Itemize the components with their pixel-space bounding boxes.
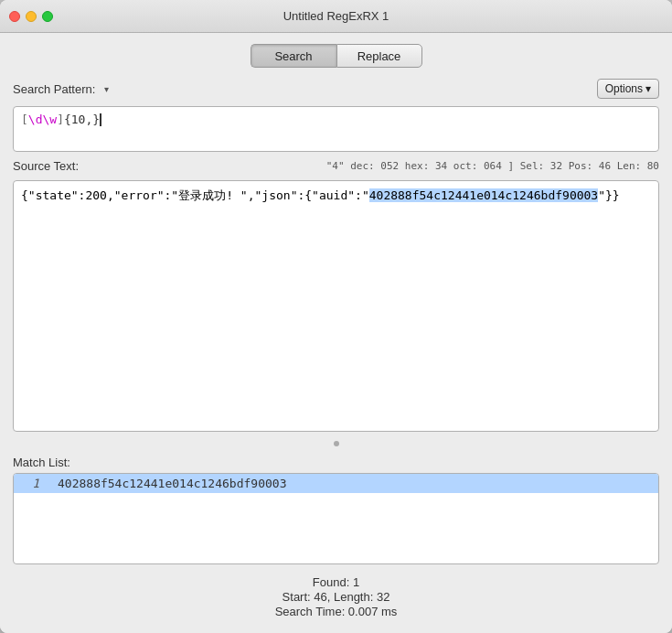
- source-line: {"state":200,"error":"登录成功! ","json":{"a…: [21, 187, 651, 205]
- main-content: Search Replace Search Pattern: ▾ Options…: [0, 33, 672, 633]
- titlebar: Untitled RegExRX 1: [0, 0, 672, 33]
- footer-search-time: Search Time: 0.007 ms: [275, 605, 398, 618]
- source-status: "4" dec: 052 hex: 34 oct: 064 ] Sel: 32 …: [326, 160, 659, 172]
- tab-replace[interactable]: Replace: [336, 44, 422, 68]
- match-value: 402888f54c12441e014c1246bdf90003: [58, 477, 286, 490]
- footer-found: Found: 1: [313, 575, 359, 589]
- close-button[interactable]: [9, 11, 20, 22]
- match-list-box: 1 402888f54c12441e014c1246bdf90003: [13, 473, 659, 564]
- source-text-input[interactable]: {"state":200,"error":"登录成功! ","json":{"a…: [13, 180, 659, 432]
- pattern-input[interactable]: [\d\w]{10,}: [13, 106, 659, 152]
- options-arrow-icon: ▾: [645, 82, 651, 95]
- pattern-dropdown-icon[interactable]: ▾: [99, 81, 113, 96]
- footer: Found: 1 Start: 46, Length: 32 Search Ti…: [13, 572, 659, 624]
- tab-row: Search Replace: [13, 44, 659, 68]
- source-text-after: "}}: [598, 188, 619, 202]
- options-button[interactable]: Options ▾: [597, 79, 659, 99]
- match-list-section: Match List: 1 402888f54c12441e014c1246bd…: [13, 456, 659, 564]
- source-text-highlight: 402888f54c12441e014c1246bdf90003: [369, 188, 598, 202]
- traffic-lights: [9, 11, 53, 22]
- search-pattern-label: Search Pattern:: [13, 82, 95, 96]
- source-text-label: Source Text:: [13, 159, 79, 173]
- app-window: Untitled RegExRX 1 Search Replace Search…: [0, 0, 672, 633]
- source-text-header: Source Text: "4" dec: 052 hex: 34 oct: 0…: [13, 159, 659, 173]
- match-list-item[interactable]: 1 402888f54c12441e014c1246bdf90003: [14, 474, 658, 493]
- minimize-button[interactable]: [26, 11, 37, 22]
- divider-dot: [334, 441, 339, 446]
- divider: [13, 439, 659, 448]
- search-pattern-header: Search Pattern: ▾ Options ▾: [13, 79, 659, 99]
- window-title: Untitled RegExRX 1: [283, 9, 389, 23]
- tab-search[interactable]: Search: [251, 44, 336, 68]
- pattern-text: [\d\w]{10,}: [21, 113, 101, 126]
- footer-start-length: Start: 46, Length: 32: [283, 590, 390, 604]
- source-text-before: {"state":200,"error":"登录成功! ","json":{"a…: [21, 188, 369, 202]
- maximize-button[interactable]: [42, 11, 53, 22]
- match-index: 1: [21, 477, 39, 490]
- match-list-label: Match List:: [13, 456, 659, 469]
